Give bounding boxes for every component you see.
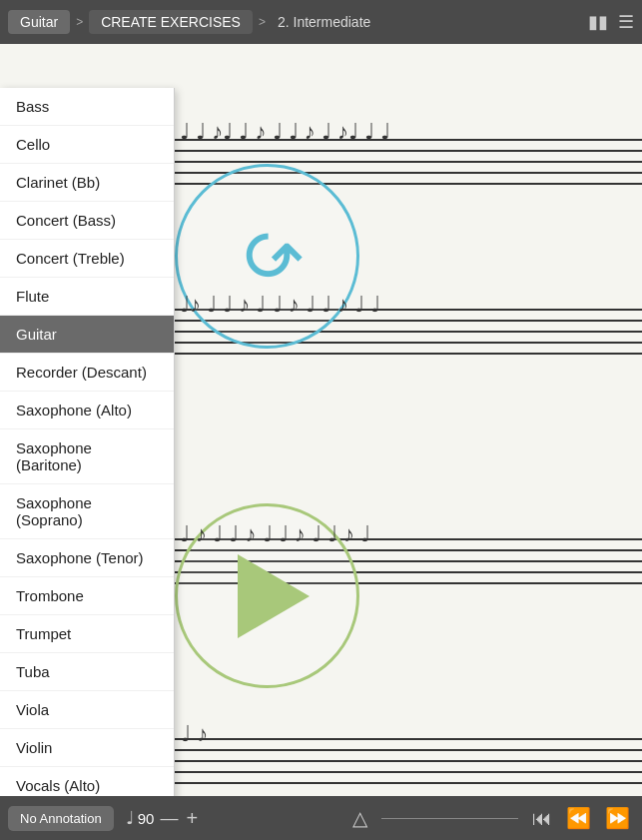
tempo-increase-button[interactable]: +: [186, 807, 198, 830]
tempo-value: 90: [138, 810, 155, 827]
instrument-label: Guitar: [20, 14, 58, 30]
fast-forward-icon[interactable]: ⏩: [605, 806, 630, 830]
dropdown-item-recorder[interactable]: Recorder (Descant): [0, 354, 174, 392]
dropdown-item-clarinet[interactable]: Clarinet (Bb): [0, 164, 174, 202]
instrument-selector[interactable]: Guitar: [8, 10, 70, 34]
dropdown-item-concert-bass[interactable]: Concert (Bass): [0, 202, 174, 240]
dropdown-item-trombone[interactable]: Trombone: [0, 577, 174, 615]
dropdown-item-concert-treble[interactable]: Concert (Treble): [0, 240, 174, 278]
dropdown-item-cello[interactable]: Cello: [0, 126, 174, 164]
dropdown-item-violin[interactable]: Violin: [0, 729, 174, 767]
header-actions: ▮▮ ☰: [588, 11, 634, 33]
note-decoration-3: ♩ ♪ ♩ ♩ ♪ ♩ ♩ ♪ ♩ ♩ ♪ ♩: [180, 521, 370, 547]
rewind-icon[interactable]: ⏪: [566, 806, 591, 830]
menu-icon[interactable]: ☰: [618, 11, 634, 33]
toolbar-line: [381, 818, 518, 819]
level-label: 2. Intermediate: [278, 14, 588, 30]
note-decoration-2: ♩♪ ♩ ♩ ♪ ♩ ♩ ♪ ♩ ♩ ♪ ♩ ♩: [180, 292, 380, 318]
skip-to-start-icon[interactable]: ⏮: [532, 807, 552, 830]
play-triangle-icon: [238, 554, 310, 638]
dropdown-item-tuba[interactable]: Tuba: [0, 653, 174, 691]
breadcrumb-chevron-1: >: [76, 15, 83, 29]
dropdown-item-flute[interactable]: Flute: [0, 278, 174, 316]
create-exercises-link[interactable]: CREATE EXERCISES: [89, 10, 253, 34]
annotation-label: No Annotation: [20, 811, 102, 826]
dropdown-item-bass[interactable]: Bass: [0, 88, 174, 126]
dropdown-item-sax-baritone[interactable]: Saxophone (Baritone): [0, 429, 174, 484]
annotation-button[interactable]: No Annotation: [8, 806, 114, 831]
instrument-dropdown: Bass Cello Clarinet (Bb) Concert (Bass) …: [0, 88, 175, 796]
note-decoration: ♩ ♩ ♪♩ ♩ ♪ ♩ ♩ ♪ ♩ ♪♩ ♩ ♩: [180, 119, 390, 145]
dropdown-item-vocals-alto[interactable]: Vocals (Alto): [0, 767, 174, 796]
metronome-icon[interactable]: △: [352, 806, 367, 830]
tempo-decrease-button[interactable]: —: [160, 808, 178, 829]
folder-icon[interactable]: ▮▮: [588, 11, 608, 33]
dropdown-item-sax-soprano[interactable]: Saxophone (Soprano): [0, 484, 174, 539]
dropdown-item-trumpet[interactable]: Trumpet: [0, 615, 174, 653]
breadcrumb-chevron-2: >: [259, 15, 266, 29]
dropdown-item-viola[interactable]: Viola: [0, 691, 174, 729]
dropdown-item-guitar[interactable]: Guitar: [0, 316, 174, 354]
dropdown-item-sax-tenor[interactable]: Saxophone (Tenor): [0, 539, 174, 577]
app-header: Guitar > CREATE EXERCISES > 2. Intermedi…: [0, 0, 642, 44]
tempo-note-icon: ♩: [126, 807, 134, 829]
replay-button[interactable]: ↻: [175, 164, 359, 349]
bottom-toolbar: No Annotation ♩ 90 — + △ ⏮ ⏪ ⏩: [0, 796, 642, 840]
tempo-control: ♩ 90 — +: [126, 807, 200, 830]
main-content: ↻ ♩ ♩ ♪♩ ♩ ♪ ♩ ♩ ♪ ♩ ♪♩ ♩ ♩ ♩♪ ♩ ♩ ♪ ♩ ♩…: [0, 44, 642, 796]
dropdown-item-sax-alto[interactable]: Saxophone (Alto): [0, 392, 174, 429]
create-exercises-label: CREATE EXERCISES: [101, 14, 241, 30]
